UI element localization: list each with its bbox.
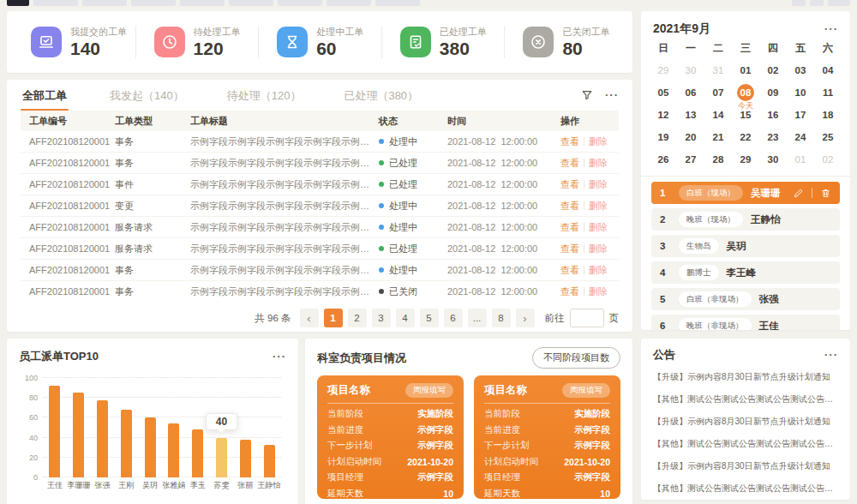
page-button[interactable]: 4 [396, 309, 415, 327]
next-page-button[interactable]: › [516, 309, 535, 327]
workorder-tab[interactable]: 我发起（140） [108, 80, 186, 111]
calendar-day[interactable]: 15 [732, 104, 759, 126]
calendar-day[interactable]: 10 [787, 81, 814, 104]
weekly-report-button[interactable]: 周报填写 [562, 383, 610, 398]
more-icon[interactable]: ··· [605, 91, 619, 99]
workorder-tab[interactable]: 全部工单 [21, 80, 69, 111]
delete-link[interactable]: 删除 [589, 157, 608, 170]
top-strip-control[interactable] [810, 0, 824, 6]
calendar-day[interactable]: 14 [704, 104, 732, 126]
page-jump-input[interactable] [570, 309, 604, 327]
workorder-tab[interactable]: 已处理（380） [342, 80, 420, 111]
calendar-day[interactable]: 18 [814, 104, 842, 126]
delete-link[interactable]: 删除 [589, 221, 608, 234]
calendar-day[interactable]: 30 [759, 148, 787, 171]
trash-icon[interactable] [820, 188, 831, 199]
calendar-day[interactable]: 28 [704, 148, 732, 171]
calendar-day[interactable]: 02 [814, 148, 842, 171]
delete-link[interactable]: 删除 [589, 200, 608, 213]
calendar-day[interactable]: 21 [704, 126, 732, 148]
delete-link[interactable]: 删除 [589, 264, 608, 277]
project-card[interactable]: 项目名称周报填写当前阶段实施阶段当前进度示例字段下一步计划示例字段计划启动时间2… [474, 375, 620, 499]
calendar-day[interactable]: 22 [732, 126, 759, 148]
calendar-day[interactable]: 30 [677, 59, 704, 81]
delete-link[interactable]: 删除 [589, 243, 608, 255]
delete-link[interactable]: 删除 [589, 135, 608, 148]
calendar-day[interactable]: 11 [814, 81, 842, 104]
top-strip-tab[interactable] [131, 0, 176, 6]
workorder-tab[interactable]: 待处理（120） [225, 80, 303, 111]
delete-link[interactable]: 删除 [589, 285, 608, 298]
more-icon[interactable]: ··· [273, 352, 286, 361]
calendar-day[interactable]: 06 [677, 81, 704, 104]
page-button[interactable]: 8 [492, 309, 511, 327]
page-button[interactable]: 3 [372, 309, 391, 327]
more-icon[interactable]: ··· [824, 351, 838, 359]
page-button[interactable]: ... [468, 309, 487, 327]
calendar-day[interactable]: 07 [704, 81, 732, 104]
calendar-day[interactable]: 25 [814, 126, 842, 148]
calendar-day[interactable]: 23 [759, 126, 787, 148]
duty-row[interactable]: 4鹏博士李王峰 [651, 261, 840, 284]
calendar-day[interactable]: 04 [814, 59, 842, 81]
calendar-day[interactable]: 01 [732, 59, 759, 81]
top-strip-tab[interactable] [180, 0, 225, 6]
announcement-item[interactable]: 【其他】测试公告测试公告测试公告测试公告测试公告 [653, 433, 838, 455]
duty-row[interactable]: 3生物岛吴玥 [651, 235, 840, 257]
announcement-item[interactable]: 【其他】测试公告测试公告测试公告测试公告测试公告 [653, 477, 838, 500]
calendar-day[interactable]: 08今天 [732, 81, 759, 104]
top-strip-tab[interactable] [278, 0, 322, 6]
top-strip-tab[interactable] [375, 0, 420, 6]
top-strip-control[interactable] [828, 0, 850, 6]
prev-page-button[interactable]: ‹ [300, 309, 319, 327]
page-button[interactable]: 6 [444, 309, 463, 327]
calendar-day[interactable]: 24 [787, 126, 814, 148]
calendar-day[interactable]: 29 [650, 59, 677, 81]
duty-row[interactable]: 6晚班（非现场）王佳 [651, 315, 840, 330]
calendar-day[interactable]: 29 [732, 148, 759, 171]
duty-row[interactable]: 2晚班（现场）王静怡 [651, 208, 840, 231]
calendar-day[interactable]: 19 [650, 126, 677, 148]
calendar-day[interactable]: 16 [759, 104, 787, 126]
view-link[interactable]: 查看 [560, 157, 579, 170]
delete-link[interactable]: 删除 [589, 178, 608, 191]
top-strip-control[interactable] [792, 0, 806, 6]
calendar-day[interactable]: 02 [759, 59, 787, 81]
page-button[interactable]: 1 [324, 309, 343, 327]
calendar-day[interactable]: 12 [650, 104, 677, 126]
calendar-day[interactable]: 20 [677, 126, 704, 148]
duty-row[interactable]: 5白班（非现场）张强 [651, 288, 840, 310]
project-card[interactable]: 项目名称周报填写当前阶段实施阶段当前进度示例字段下一步计划示例字段计划启动时间2… [317, 375, 464, 499]
edit-icon[interactable] [793, 188, 804, 199]
top-strip-tab[interactable] [7, 0, 29, 6]
announcement-item[interactable]: 【升级】示例内容8月30日新节点升级计划通知 [653, 411, 838, 433]
page-button[interactable]: 5 [420, 309, 439, 327]
duty-row[interactable]: 1白班（现场）吴珊珊 [651, 182, 840, 204]
view-link[interactable]: 查看 [560, 221, 579, 234]
view-link[interactable]: 查看 [560, 200, 579, 213]
calendar-day[interactable]: 01 [787, 148, 814, 171]
announcement-item[interactable]: 【其他】测试公告测试公告测试公告测试公告测试公告 [653, 388, 838, 411]
page-button[interactable]: 2 [348, 309, 367, 327]
announcement-item[interactable]: 【升级】示例内容8月30日新节点升级计划通知 [653, 366, 838, 388]
filter-icon[interactable] [581, 89, 593, 101]
top-strip-tab[interactable] [33, 0, 78, 6]
calendar-day[interactable]: 13 [677, 104, 704, 126]
top-strip-tab[interactable] [229, 0, 273, 6]
calendar-day[interactable]: 26 [650, 148, 677, 171]
more-icon[interactable]: ··· [824, 25, 838, 33]
top-strip-tab[interactable] [82, 0, 127, 6]
weekly-report-button[interactable]: 周报填写 [405, 383, 453, 398]
stage-count-button[interactable]: 不同阶段项目数 [532, 347, 620, 369]
view-link[interactable]: 查看 [560, 243, 579, 255]
top-strip-tab[interactable] [327, 0, 371, 6]
announcement-item[interactable]: 【升级】示例内容8月30日新节点升级计划通知 [653, 455, 838, 477]
calendar-day[interactable]: 27 [677, 148, 704, 171]
calendar-day[interactable]: 31 [704, 59, 732, 81]
view-link[interactable]: 查看 [560, 178, 579, 191]
view-link[interactable]: 查看 [560, 135, 579, 148]
calendar-day[interactable]: 05 [650, 81, 677, 104]
view-link[interactable]: 查看 [560, 285, 579, 298]
calendar-day[interactable]: 17 [787, 104, 814, 126]
calendar-day[interactable]: 09 [759, 81, 787, 104]
